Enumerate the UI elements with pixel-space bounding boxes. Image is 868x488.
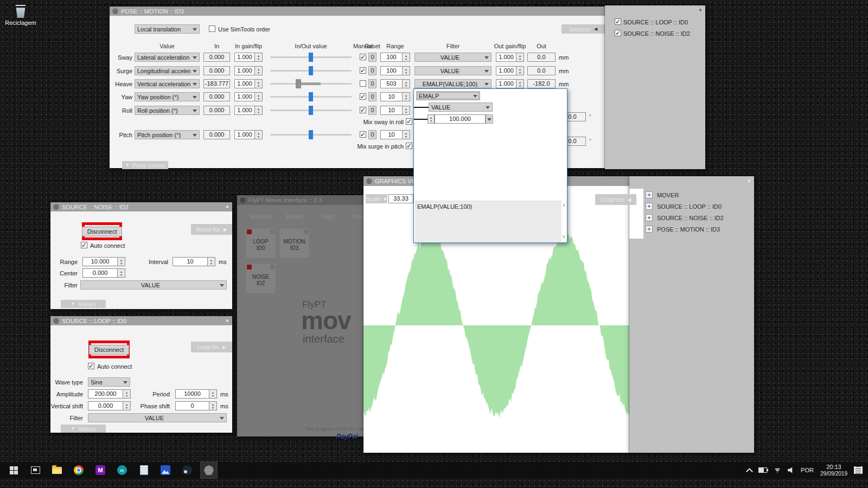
graphics-panel-toggle-button[interactable]: Graphics ◀ xyxy=(595,194,636,205)
reset-button[interactable]: 0 xyxy=(368,130,376,139)
param-drop-button[interactable] xyxy=(486,114,493,124)
battery-icon[interactable] xyxy=(758,467,767,473)
reset-button[interactable]: 0 xyxy=(368,66,376,75)
scale-button[interactable]: Scale ▶ xyxy=(366,194,387,203)
manual-checkbox[interactable] xyxy=(360,67,366,74)
slider-thumb[interactable] xyxy=(309,130,313,139)
in-gain-spinner[interactable]: 1.000 ▲▼ xyxy=(234,92,263,101)
scroll-down-icon[interactable]: ∨ xyxy=(562,234,565,239)
value-select[interactable]: Lateral acceleration (m/s²) xyxy=(135,53,200,62)
spinner-arrows-icon[interactable]: ▲▼ xyxy=(255,106,263,115)
spinner-arrows-icon[interactable]: ▲▼ xyxy=(255,66,263,75)
reset-button[interactable]: 0 xyxy=(368,53,376,62)
spinner-arrows-icon[interactable]: ▲▼ xyxy=(403,92,410,101)
filter-select[interactable]: VALUE xyxy=(414,66,492,75)
collapse-arrow-icon[interactable]: ▲ xyxy=(698,7,703,12)
range-spinner[interactable]: 100 ▲▼ xyxy=(380,53,410,62)
spinner-arrows-icon[interactable]: ▲▼ xyxy=(208,257,215,266)
spinner-arrows-icon[interactable]: ▲▼ xyxy=(123,389,131,399)
wifi-icon[interactable] xyxy=(774,467,781,473)
reset-button[interactable]: 0 xyxy=(368,79,376,88)
spinner-arrows-icon[interactable]: ▲▼ xyxy=(403,130,410,139)
scroll-up-icon[interactable]: ∧ xyxy=(562,203,565,208)
filter-select[interactable]: EMALP(VALUE;100) xyxy=(414,79,492,88)
collapse-arrow-icon[interactable]: ▲ xyxy=(225,204,229,209)
slider-thumb[interactable] xyxy=(296,79,301,88)
tray-chevron-up-icon[interactable] xyxy=(746,468,753,475)
disconnect-button[interactable]: Disconnect xyxy=(89,345,129,355)
disconnect-button[interactable]: Disconnect xyxy=(82,227,122,236)
auto-connect-checkbox[interactable] xyxy=(81,242,87,248)
out-gain-spinner[interactable]: 1.000 ▲▼ xyxy=(496,53,524,62)
spinner-arrows-icon[interactable]: ▲▼ xyxy=(403,79,410,88)
translation-mode-select[interactable]: Local translation xyxy=(135,24,200,34)
in-gain-spinner[interactable]: 1.000 ▲▼ xyxy=(234,130,263,139)
scale-value[interactable]: 33.33 xyxy=(388,194,413,203)
sources-panel-toggle-button[interactable]: Sources ◀ xyxy=(561,24,605,34)
collapse-arrow-icon[interactable]: ▲ xyxy=(747,178,751,183)
notepad-button[interactable] xyxy=(136,462,152,478)
spinner-arrows-icon[interactable]: ▲▼ xyxy=(516,66,524,75)
pose-titlebar[interactable]: POSE :: MOTION :: ID3 xyxy=(110,7,605,16)
loop-for-button[interactable]: Loop for ▶ xyxy=(191,342,232,352)
pose-values-toggle-button[interactable]: ▼ Pose values xyxy=(122,161,168,169)
range-spinner[interactable]: 503 ▲▼ xyxy=(380,79,410,88)
filter-select[interactable]: VALUE xyxy=(414,53,492,62)
expression-item[interactable]: EMALP(VALUE;100) xyxy=(417,203,472,210)
auto-connect-checkbox[interactable] xyxy=(88,363,94,369)
range-spinner[interactable]: 100 ▲▼ xyxy=(380,66,410,75)
filter-type-select[interactable]: EMALP xyxy=(416,91,480,100)
photos-button[interactable] xyxy=(157,462,174,478)
manual-checkbox[interactable] xyxy=(360,54,366,60)
range-spinner[interactable]: 10 ▲▼ xyxy=(380,106,410,115)
filter-input-select[interactable]: VALUE xyxy=(429,102,493,112)
amplitude-spinner[interactable]: 200.000 ▲▼ xyxy=(88,389,131,399)
in-gain-spinner[interactable]: 1.000 ▲▼ xyxy=(234,79,263,88)
spinner-arrows-icon[interactable]: ▲▼ xyxy=(403,53,410,62)
value-select[interactable]: Pitch position (°) xyxy=(135,130,200,139)
filter-select[interactable]: VALUE xyxy=(80,280,227,290)
spinner-arrows-icon[interactable]: ▲▼ xyxy=(255,130,263,139)
spinner-arrows-icon[interactable]: ▲▼ xyxy=(516,53,524,62)
out-gain-spinner[interactable]: 1.000 ▲▼ xyxy=(496,66,524,75)
mail-app-button[interactable]: M xyxy=(92,462,108,478)
slider-thumb[interactable] xyxy=(309,92,313,101)
value-select[interactable]: Roll position (°) xyxy=(135,106,200,115)
spinner-arrows-icon[interactable]: ▲▼ xyxy=(118,257,125,266)
slider-thumb[interactable] xyxy=(309,53,313,62)
filter-select[interactable]: VALUE xyxy=(88,413,227,422)
values-toggle-button[interactable]: ▼ Values xyxy=(61,425,106,433)
in-gain-spinner[interactable]: 1.000 ▲▼ xyxy=(234,106,263,115)
center-spinner[interactable]: 0.000 ▲▼ xyxy=(82,268,125,278)
value-select[interactable]: Yaw position (°) xyxy=(135,92,200,101)
vertical-shift-spinner[interactable]: 0.000 ▲▼ xyxy=(88,401,131,410)
param-spinner-arrows[interactable]: ▲▼ xyxy=(427,114,435,124)
clock[interactable]: 20:13 29/09/2019 xyxy=(820,464,847,477)
param-value-input[interactable]: 100.000 xyxy=(435,114,486,124)
period-spinner[interactable]: 10000 ▲▼ xyxy=(175,389,217,399)
tree-item-noise[interactable]: SOURCE :: NOISE :: ID2 xyxy=(657,215,724,221)
in-gain-spinner[interactable]: 1.000 ▲▼ xyxy=(234,66,263,75)
reset-button[interactable]: 0 xyxy=(368,92,376,101)
inout-slider[interactable] xyxy=(270,53,352,62)
wave-type-select[interactable]: Sine xyxy=(88,377,130,387)
phase-shift-spinner[interactable]: 0 ▲▼ xyxy=(175,401,217,410)
loop-titlebar[interactable]: SOURCE :: LOOP :: ID0 ▲ xyxy=(50,316,232,325)
collapse-arrow-icon[interactable]: ▲ xyxy=(225,318,229,323)
steam-button[interactable] xyxy=(179,462,195,478)
inout-slider[interactable] xyxy=(270,66,352,75)
mix-sway-checkbox[interactable] xyxy=(406,118,412,125)
file-explorer-button[interactable] xyxy=(49,462,65,478)
simtools-order-checkbox[interactable] xyxy=(209,25,215,32)
speaker-icon[interactable] xyxy=(788,467,794,473)
spinner-arrows-icon[interactable]: ▲▼ xyxy=(255,53,263,62)
manual-checkbox[interactable] xyxy=(360,131,366,138)
mix-surge-checkbox[interactable] xyxy=(406,143,412,149)
tree-item-mover[interactable]: MOVER xyxy=(657,192,679,198)
range-spinner[interactable]: 10 ▲▼ xyxy=(380,92,410,101)
slider-thumb[interactable] xyxy=(309,106,313,115)
inout-slider[interactable] xyxy=(270,92,352,101)
arduino-button[interactable]: ∞ xyxy=(114,462,130,478)
noise-titlebar[interactable]: SOURCE :: NOISE :: ID2 ▲ xyxy=(50,202,232,211)
range-spinner[interactable]: 10 ▲▼ xyxy=(380,130,410,139)
